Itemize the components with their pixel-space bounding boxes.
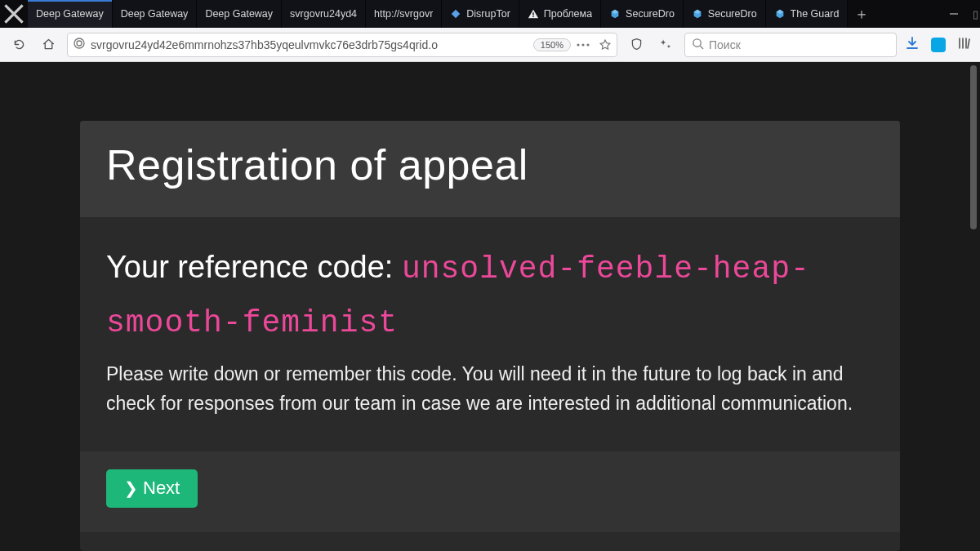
scrollbar-thumb[interactable] [970,65,977,229]
url-bar[interactable]: svrgovru24yd42e6mmrnohzs37hb35yqeulvmvkc… [67,33,617,57]
svg-point-5 [581,43,584,46]
page-title: Registration of appeal [106,140,874,189]
instructions-text: Please write down or remember this code.… [106,360,874,418]
tab-label: The Guard [791,8,840,20]
tab-disruptor[interactable]: DisrupTor [442,0,519,28]
tab-problema[interactable]: Проблема [519,0,601,28]
skype-icon[interactable] [931,38,946,52]
zoom-indicator[interactable]: 150% [533,38,571,51]
tab-label: DisrupTor [466,8,510,20]
tab-securedrop-1[interactable]: SecureDro [601,0,684,28]
tab-label: Проблема [544,8,592,20]
tab-deep-gateway-2[interactable]: Deep Gateway [113,0,198,28]
window-edge: ▯ [970,0,980,28]
new-tab-button[interactable]: ＋ [848,0,875,28]
more-icon[interactable] [576,38,590,51]
cube-icon [692,8,703,20]
search-box[interactable] [684,33,897,57]
tab-the-guard[interactable]: The Guard [766,0,849,28]
svg-point-6 [586,43,589,46]
tab-label: SecureDro [708,8,757,20]
bookmark-star-icon[interactable] [599,38,612,51]
tab-http-svrgovr[interactable]: http://svrgovr [366,0,442,28]
tab-label: http://svrgovr [374,8,433,20]
tab-label: Deep Gateway [36,8,104,20]
card-body: Your reference code: unsolved-feeble-hea… [80,217,900,451]
reference-line: Your reference code: unsolved-feeble-hea… [106,242,874,349]
tab-label: svrgovru24yd4 [290,8,357,20]
card-header: Registration of appeal [80,121,900,217]
tab-deep-gateway-3[interactable]: Deep Gateway [197,0,282,28]
cube-icon [609,8,621,20]
url-text: svrgovru24yd42e6mmrnohzs37hb35yqeulvmvkc… [91,38,528,51]
library-icon[interactable] [957,36,972,53]
window-controls: ▯ [938,0,980,28]
downloads-icon[interactable] [905,36,920,53]
toolbar-right [905,36,972,53]
next-button-label: Next [143,478,180,499]
appeal-card: Registration of appeal Your reference co… [80,121,900,551]
reference-label: Your reference code: [106,250,393,284]
svg-point-4 [577,43,579,46]
cube-icon [774,8,786,20]
tab-deep-gateway-1[interactable]: Deep Gateway [28,0,113,28]
search-input[interactable] [709,38,889,51]
close-tab-button[interactable] [0,0,28,28]
next-button[interactable]: ❯ Next [106,469,198,508]
scrollbar[interactable] [969,65,978,548]
svg-point-2 [74,38,84,48]
sparkle-icon[interactable] [655,34,676,56]
onion-site-icon [73,37,86,52]
reload-button[interactable] [8,34,29,56]
tab-label: Deep Gateway [205,8,273,20]
svg-rect-0 [532,12,533,16]
tab-svrgovru[interactable]: svrgovru24yd4 [282,0,366,28]
tab-strip: Deep Gateway Deep Gateway Deep Gateway s… [0,0,980,28]
page-viewport: Registration of appeal Your reference co… [0,62,980,551]
diamond-icon [450,8,461,20]
home-button[interactable] [38,34,59,56]
tab-label: SecureDro [626,8,675,20]
svg-point-3 [77,41,82,46]
search-icon [692,38,704,52]
shield-icon[interactable] [626,34,647,56]
tab-securedrop-2[interactable]: SecureDro [684,0,766,28]
warning-icon [528,8,539,20]
card-footer: ❯ Next [80,451,900,532]
tab-label: Deep Gateway [121,8,189,20]
nav-bar: svrgovru24yd42e6mmrnohzs37hb35yqeulvmvkc… [0,28,980,62]
svg-point-7 [693,38,701,46]
minimize-button[interactable] [938,0,970,28]
chevron-right-icon: ❯ [124,480,138,496]
svg-rect-1 [532,16,533,17]
